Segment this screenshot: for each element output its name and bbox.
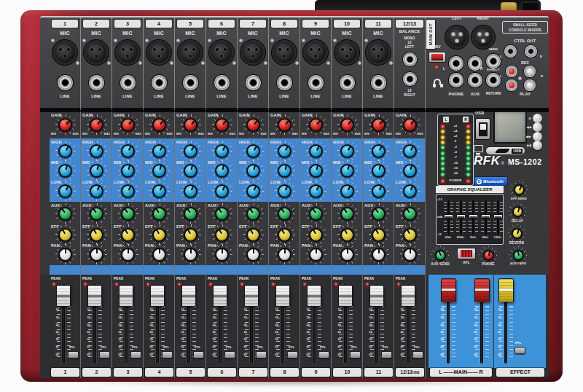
mid-eq-knob[interactable] (275, 160, 295, 181)
pan-knob[interactable] (149, 244, 170, 264)
fader-cap[interactable] (87, 285, 102, 307)
aux-knob[interactable] (181, 203, 201, 224)
repeat-icon[interactable] (533, 114, 542, 123)
fader-cap[interactable] (401, 285, 415, 307)
fader-cap[interactable] (338, 285, 353, 307)
pan-knob[interactable] (181, 244, 201, 264)
pan-knob[interactable] (87, 244, 107, 264)
pfl-button[interactable] (99, 351, 110, 358)
gain-knob[interactable] (212, 114, 232, 135)
aux-knob[interactable] (212, 203, 232, 224)
eff-knob[interactable] (149, 224, 170, 245)
pan-knob[interactable] (400, 244, 420, 264)
low-eq-knob[interactable] (55, 181, 76, 201)
eff-knob[interactable] (275, 224, 295, 245)
high-eq-knob[interactable] (400, 141, 420, 161)
pfl-button[interactable] (68, 351, 79, 358)
fader-cap[interactable] (119, 285, 133, 307)
low-eq-knob[interactable] (337, 181, 358, 201)
fader-cap[interactable] (441, 278, 456, 302)
gain-knob[interactable] (55, 114, 76, 135)
gain-knob[interactable] (337, 114, 358, 135)
low-eq-knob[interactable] (118, 181, 138, 201)
pfl-button[interactable] (412, 351, 423, 358)
pfl-button[interactable] (256, 351, 267, 358)
high-eq-knob[interactable] (212, 141, 232, 161)
gain-knob[interactable] (400, 114, 420, 135)
phone-knob[interactable] (480, 246, 497, 264)
low-eq-knob[interactable] (149, 181, 170, 201)
high-eq-knob[interactable] (118, 141, 138, 161)
mid-eq-knob[interactable] (87, 160, 107, 181)
low-eq-knob[interactable] (369, 181, 389, 201)
eff-knob[interactable] (118, 224, 138, 245)
low-eq-knob[interactable] (400, 181, 420, 201)
fader-cap[interactable] (213, 285, 227, 307)
pan-knob[interactable] (212, 244, 232, 264)
mid-eq-knob[interactable] (118, 160, 138, 181)
geq-slider-handle[interactable] (481, 214, 490, 219)
fader-cap[interactable] (474, 278, 490, 302)
pfl-button[interactable] (224, 351, 235, 358)
aux-knob[interactable] (118, 203, 138, 224)
fader-cap[interactable] (181, 285, 196, 307)
aux-send-knob[interactable] (431, 246, 449, 264)
low-eq-knob[interactable] (181, 181, 201, 201)
eff-knob[interactable] (55, 224, 76, 245)
low-eq-knob[interactable] (212, 181, 232, 201)
gain-knob[interactable] (275, 114, 295, 135)
eff-knob[interactable] (306, 224, 326, 245)
low-eq-knob[interactable] (243, 181, 264, 201)
pfl-button[interactable] (350, 351, 361, 358)
eff-knob[interactable] (87, 224, 107, 245)
fader-cap[interactable] (244, 285, 259, 307)
next-track-icon[interactable] (533, 132, 542, 141)
low-eq-knob[interactable] (87, 181, 107, 201)
mid-eq-knob[interactable] (337, 160, 358, 181)
pan-knob[interactable] (337, 244, 358, 264)
mid-eq-knob[interactable] (149, 160, 170, 181)
high-eq-knob[interactable] (337, 141, 358, 161)
pfl-button[interactable] (318, 351, 329, 358)
mid-eq-knob[interactable] (181, 160, 201, 181)
pfl-button[interactable] (193, 351, 204, 358)
fader-cap[interactable] (369, 285, 384, 307)
geq-slider-handle[interactable] (456, 214, 466, 219)
low-eq-knob[interactable] (275, 181, 295, 201)
gain-knob[interactable] (149, 114, 170, 135)
fader-cap[interactable] (150, 285, 165, 307)
gain-knob[interactable] (87, 114, 107, 135)
eff-knob[interactable] (369, 224, 389, 245)
eff-knob[interactable] (212, 224, 232, 245)
mid-eq-knob[interactable] (55, 160, 76, 181)
aux-knob[interactable] (400, 203, 420, 224)
pan-knob[interactable] (306, 244, 326, 264)
pfl-button[interactable] (162, 351, 173, 358)
high-eq-knob[interactable] (55, 141, 76, 161)
aux-knob[interactable] (149, 203, 170, 224)
pan-knob[interactable] (118, 244, 138, 264)
pfl-button[interactable] (287, 351, 298, 358)
gain-knob[interactable] (369, 114, 389, 135)
high-eq-knob[interactable] (306, 141, 326, 161)
eff-knob[interactable] (181, 224, 201, 245)
phantom-power-switch[interactable] (429, 52, 446, 63)
pfl-button[interactable] (130, 351, 141, 358)
aux-knob[interactable] (306, 203, 326, 224)
effect-pfl-button[interactable] (514, 347, 525, 354)
aux-knob[interactable] (275, 203, 295, 224)
aux-knob[interactable] (55, 203, 76, 224)
pfl-button[interactable] (381, 351, 392, 358)
high-eq-knob[interactable] (243, 141, 264, 161)
fader-cap[interactable] (275, 285, 290, 307)
eff-knob[interactable] (400, 224, 420, 245)
delay-knob[interactable] (509, 203, 526, 220)
mid-eq-knob[interactable] (369, 160, 389, 181)
gain-knob[interactable] (243, 114, 264, 135)
gain-knob[interactable] (118, 114, 138, 135)
high-eq-knob[interactable] (87, 141, 107, 161)
high-eq-knob[interactable] (275, 141, 295, 161)
high-eq-knob[interactable] (181, 141, 201, 161)
geq-slider-handle[interactable] (493, 214, 503, 219)
mid-eq-knob[interactable] (243, 160, 264, 181)
